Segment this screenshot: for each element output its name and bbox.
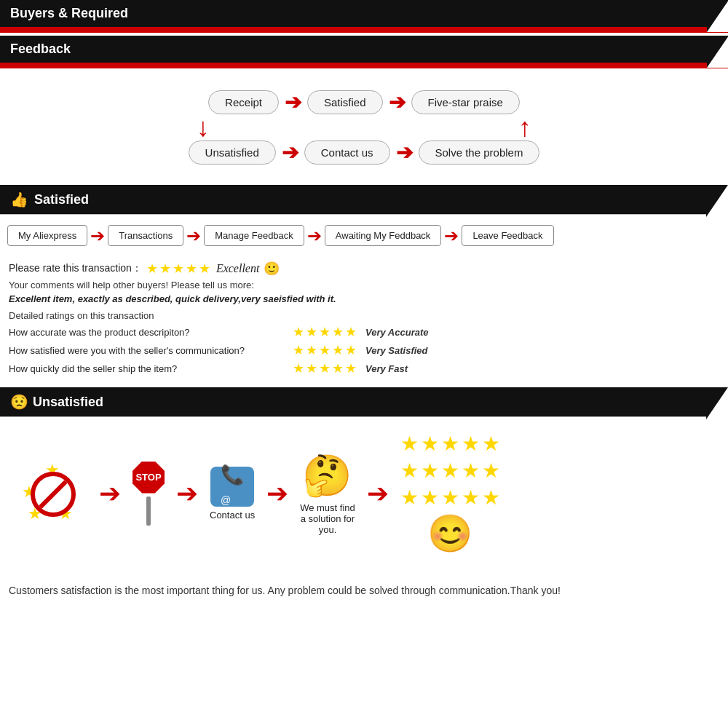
footer-text: Customers satisfaction is the most impor…: [0, 569, 728, 607]
nav-arrow-2: ➔: [186, 226, 201, 246]
rating-desc-1: Very Accurate: [365, 327, 446, 338]
rating-row-2: How satisfied were you with the seller's…: [9, 342, 719, 358]
nav-arrow-1: ➔: [90, 226, 105, 246]
phone-at-icon: 📞@: [210, 467, 254, 507]
big-star-3: ★: [441, 432, 459, 456]
rating-row-3: How quickly did the seller ship the item…: [9, 360, 719, 376]
big-star-9: ★: [462, 459, 480, 483]
stop-pole: [146, 496, 151, 526]
stop-contact-group: STOP: [132, 462, 165, 526]
footer-message: Customers satisfaction is the most impor…: [9, 585, 561, 596]
big-star-5: ★: [482, 432, 500, 456]
contact-us-icon-group: 📞@ Contact us: [210, 467, 255, 521]
unsat-arrow-2: ➔: [176, 478, 198, 509]
rating-question-1: How accurate was the product descripiton…: [9, 327, 285, 338]
rating-stars-2: ★★★★★: [293, 342, 358, 358]
excellent-label: Excellent: [216, 262, 260, 275]
feedback-flow-section: Receipt ➔ Satisfied ➔ Five-star praise ↓…: [0, 70, 728, 185]
nav-my-aliexpress: My Aliexpress: [7, 225, 87, 246]
arrow-down: ↓: [197, 114, 210, 141]
contact-us-flow-box: Contact us: [304, 141, 390, 165]
rate-transaction-line: Please rate this transaction： ★★★★★ Exce…: [9, 261, 719, 277]
flow-middle-arrows: ↓ ↑: [175, 114, 553, 141]
unsat-header-notch: [706, 387, 728, 419]
no-star-composite: ★ ★ ★ ★: [22, 461, 87, 526]
unsatisfied-section-header: 😟 Unsatisfied: [0, 387, 728, 416]
nav-awaiting-feedback: Awaiting My Feddback: [325, 225, 442, 246]
satisfied-box: Satisfied: [307, 90, 383, 114]
comments-prompt: Your comments will help other buyers! Pl…: [9, 280, 719, 290]
rating-row-1: How accurate was the product descripiton…: [9, 324, 719, 340]
rating-stars-3: ★★★★★: [293, 360, 358, 376]
big-star-14: ★: [462, 486, 480, 510]
red-stripe-1: [0, 27, 728, 33]
no-star-icon-group: ★ ★ ★ ★: [22, 461, 87, 526]
star-row-1: ★ ★ ★ ★ ★: [400, 432, 500, 456]
arrow-right-2: ➔: [389, 90, 405, 114]
big-star-4: ★: [462, 432, 480, 456]
big-star-13: ★: [441, 486, 459, 510]
solution-label: We must find a solution for you.: [300, 502, 355, 535]
solution-icon-group: 🤔 We must find a solution for you.: [300, 452, 355, 535]
satisfied-section-header: 👍 Satisfied: [0, 185, 728, 214]
star-row-2: ★ ★ ★ ★ ★: [400, 459, 500, 483]
rating-question-2: How satisfied were you with the seller's…: [9, 345, 285, 356]
feedback-header: Feedback: [0, 36, 728, 63]
rating-stars: ★★★★★: [146, 261, 212, 277]
big-star-11: ★: [400, 486, 419, 510]
buyers-required-title: Buyers & Required: [10, 6, 128, 21]
nav-flow: My Aliexpress ➔ Transactions ➔ Manage Fe…: [0, 215, 728, 256]
rate-prompt: Please rate this transaction：: [9, 262, 142, 275]
nav-manage-feedback: Manage Feedback: [204, 225, 304, 246]
header-notch: [706, 185, 728, 217]
big-stars-group: ★ ★ ★ ★ ★ ★ ★ ★ ★ ★ ★ ★ ★ ★ ★ 😊: [400, 432, 500, 555]
arrow-right-4: ➔: [396, 141, 413, 165]
arrow-right-3: ➔: [282, 141, 298, 165]
rating-stars-1: ★★★★★: [293, 324, 358, 340]
nav-transactions: Transactions: [108, 225, 183, 246]
big-star-1: ★: [400, 432, 419, 456]
no-circle: [31, 472, 76, 517]
big-star-12: ★: [421, 486, 439, 510]
red-stripe-2: [0, 63, 728, 68]
buyers-required-header: Buyers & Required: [0, 0, 728, 27]
receipt-box: Receipt: [208, 90, 279, 114]
big-star-2: ★: [421, 432, 439, 456]
stop-sign: STOP: [132, 462, 165, 526]
rating-desc-3: Very Fast: [365, 363, 446, 374]
big-star-7: ★: [421, 459, 439, 483]
rating-question-3: How quickly did the seller ship the item…: [9, 363, 285, 374]
rating-section: Please rate this transaction： ★★★★★ Exce…: [0, 256, 728, 384]
detailed-ratings-label: Detailed ratings on this transaction: [9, 310, 719, 321]
unsatisfied-flow: ★ ★ ★ ★ ➔ STOP ➔ 📞@ Contact us ➔ 🤔 We mu…: [0, 417, 728, 569]
arrow-up: ↑: [518, 114, 531, 141]
no-slash: [33, 474, 73, 514]
feedback-example: Excellent item, exactly as described, qu…: [9, 293, 719, 304]
smiley-icon: 🙂: [264, 261, 280, 277]
unsat-arrow-4: ➔: [367, 478, 389, 509]
unsat-arrow-1: ➔: [99, 478, 121, 509]
solve-problem-box: Solve the problem: [419, 141, 540, 165]
big-star-6: ★: [400, 459, 419, 483]
stop-octagon: STOP: [132, 462, 165, 494]
big-star-10: ★: [482, 459, 500, 483]
arrow-right-1: ➔: [285, 90, 301, 114]
star-row-3: ★ ★ ★ ★ ★: [400, 486, 500, 510]
satisfied-label: Satisfied: [34, 192, 89, 207]
question-person-icon: 🤔: [302, 452, 352, 499]
big-star-8: ★: [441, 459, 459, 483]
nav-arrow-4: ➔: [444, 226, 459, 246]
flow-row-1: Receipt ➔ Satisfied ➔ Five-star praise: [208, 90, 520, 114]
at-symbol: 📞@: [221, 464, 244, 509]
flow-row-2: Unsatisfied ➔ Contact us ➔ Solve the pro…: [189, 141, 540, 165]
big-star-15: ★: [482, 486, 500, 510]
frown-icon: 😟: [10, 393, 28, 411]
large-smiley-icon: 😊: [427, 513, 472, 555]
unsatisfied-label: Unsatisfied: [33, 395, 103, 410]
nav-arrow-3: ➔: [307, 226, 322, 246]
unsat-arrow-3: ➔: [266, 478, 288, 509]
thumbs-up-icon: 👍: [10, 191, 28, 208]
contact-us-label: Contact us: [210, 510, 255, 521]
five-star-box: Five-star praise: [411, 90, 520, 114]
flow-diagram: Receipt ➔ Satisfied ➔ Five-star praise ↓…: [0, 83, 728, 172]
